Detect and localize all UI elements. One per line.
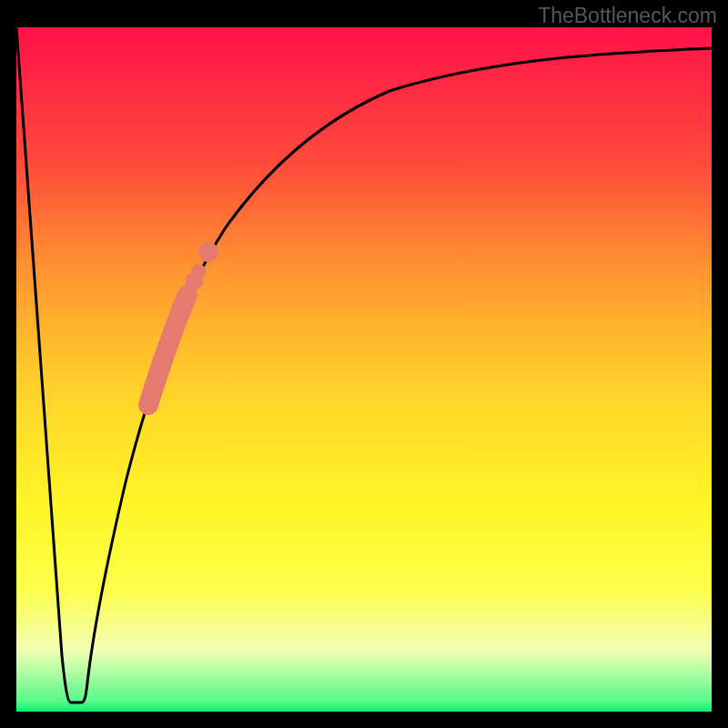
highlight-segment <box>148 295 187 405</box>
bottleneck-curve <box>16 27 712 703</box>
curve-layer <box>16 27 712 712</box>
plot-area <box>16 27 712 712</box>
watermark-text: TheBottleneck.com <box>538 4 717 28</box>
chart-frame: TheBottleneck.com <box>0 0 728 728</box>
highlight-dot-c <box>198 242 218 262</box>
highlight-dot-b <box>191 264 206 278</box>
